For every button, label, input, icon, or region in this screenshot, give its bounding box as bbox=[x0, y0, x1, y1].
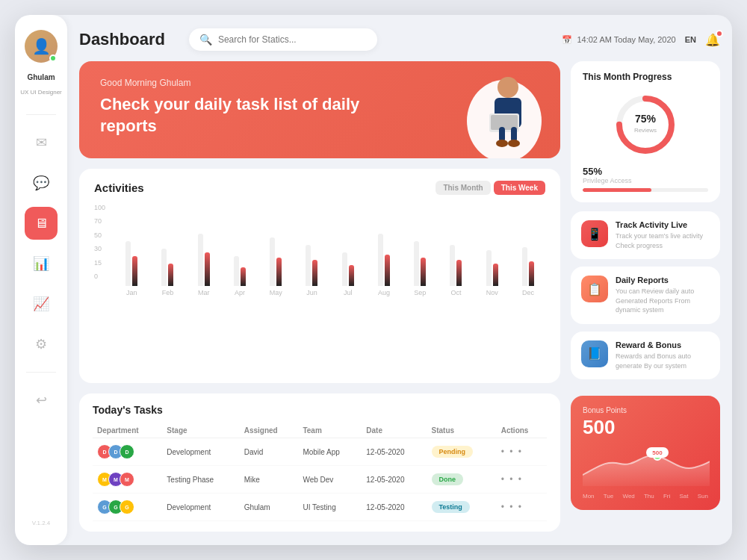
sidebar-user-role: UX UI Designer bbox=[20, 89, 62, 96]
action-dots[interactable]: • • • bbox=[501, 474, 523, 485]
chart-col-nov bbox=[475, 211, 509, 286]
sidebar-item-logout[interactable]: ↩ bbox=[25, 384, 58, 417]
chart-month-label: Oct bbox=[438, 289, 473, 296]
tab-this-month[interactable]: This Month bbox=[436, 181, 490, 195]
bar-light bbox=[378, 234, 383, 286]
tasks-table: Department Stage Assigned Team Date Stat… bbox=[93, 423, 547, 521]
bar-group bbox=[522, 211, 534, 286]
chart-container: 0 15 30 50 70 100 JanFebMarAprMayJunJulA… bbox=[94, 204, 545, 296]
bonus-day-thu: Thu bbox=[644, 493, 654, 500]
cell-avatar-group: GGG bbox=[93, 494, 162, 521]
cell-team: UI Testing bbox=[298, 494, 362, 521]
status-badge: Testing bbox=[432, 501, 470, 513]
chart-col-may bbox=[258, 211, 293, 286]
chart-month-label: Feb bbox=[150, 289, 185, 296]
y-label-50: 50 bbox=[94, 231, 105, 239]
activities-title: Activities bbox=[94, 181, 144, 194]
banner-figure bbox=[448, 61, 545, 158]
feature-card-reward-bonus[interactable]: 📘Reward & BonusRewards and Bonus auto ge… bbox=[571, 332, 720, 379]
col-status: Status bbox=[427, 423, 497, 438]
bar-red bbox=[349, 265, 354, 286]
bonus-card: Bonus Points 500 bbox=[571, 396, 720, 510]
bar-light bbox=[306, 245, 311, 286]
bar-red bbox=[529, 261, 534, 286]
progress-track bbox=[583, 188, 708, 192]
sidebar-item-dashboard[interactable]: 🖥 bbox=[25, 207, 58, 240]
col-team: Team bbox=[298, 423, 362, 438]
cell-actions[interactable]: • • • bbox=[497, 438, 547, 466]
bar-group bbox=[342, 211, 354, 286]
table-head: Department Stage Assigned Team Date Stat… bbox=[93, 423, 547, 438]
chart-col-apr bbox=[223, 211, 257, 286]
bar-group bbox=[161, 211, 173, 286]
chart-month-label: May bbox=[258, 289, 293, 296]
bonus-chart: 500 bbox=[583, 445, 708, 490]
cell-assigned: David bbox=[240, 438, 299, 466]
cell-avatar-group: MMM bbox=[93, 466, 162, 494]
cell-stage: Testing Phase bbox=[162, 466, 239, 494]
chart-month-label: Nov bbox=[475, 289, 509, 296]
chart-y-labels: 0 15 30 50 70 100 bbox=[94, 204, 111, 293]
feature-title-track-activity: Track Activity Live bbox=[616, 220, 710, 229]
feature-card-daily-reports[interactable]: 📋Daily ReportsYou can Review daily auto … bbox=[571, 267, 720, 324]
datetime-text: 14:02 AM Today May, 2020 bbox=[577, 35, 675, 44]
banner-title: Check your daily task list of daily repo… bbox=[100, 94, 364, 137]
bonus-day-sun: Sun bbox=[698, 493, 708, 500]
chart-month-label: Jun bbox=[294, 289, 329, 296]
action-dots[interactable]: • • • bbox=[501, 447, 523, 457]
bar-red bbox=[421, 258, 426, 286]
feature-desc-reward-bonus: Rewards and Bonus auto generate By our s… bbox=[616, 352, 710, 370]
feature-icon-reward-bonus: 📘 bbox=[581, 340, 608, 367]
status-badge: Pending bbox=[432, 446, 474, 458]
search-bar[interactable]: 🔍 bbox=[189, 28, 377, 51]
mini-avatar: D bbox=[120, 444, 134, 459]
right-panel: This Month Progress 75% Reviews 55% Priv… bbox=[571, 61, 720, 532]
search-input[interactable] bbox=[218, 34, 367, 45]
chart-month-label: Sep bbox=[403, 289, 437, 296]
sidebar-version: V.1.2.4 bbox=[32, 520, 51, 530]
table-row: GGGDevelopmentGhulamUI Testing12-05-2020… bbox=[93, 494, 547, 521]
bonus-day-fri: Fri bbox=[663, 493, 670, 500]
cell-actions[interactable]: • • • bbox=[497, 466, 547, 494]
activities-header: Activities This Month This Week bbox=[94, 181, 545, 195]
bar-group bbox=[486, 211, 498, 286]
progress-card-title: This Month Progress bbox=[583, 72, 708, 82]
bonus-day-sat: Sat bbox=[680, 493, 689, 500]
feature-title-daily-reports: Daily Reports bbox=[616, 276, 710, 284]
privilege-text: Privilege Access bbox=[583, 177, 708, 184]
cell-assigned: Ghulam bbox=[240, 494, 299, 521]
chart-col-feb bbox=[150, 211, 185, 286]
chart-labels: JanFebMarAprMayJunJulAugSepOctNovDec bbox=[114, 289, 545, 296]
sidebar-item-chart[interactable]: 📈 bbox=[25, 287, 58, 320]
language-selector[interactable]: EN bbox=[685, 35, 696, 44]
notification-bell[interactable]: 🔔 bbox=[705, 33, 720, 47]
sidebar-item-mail[interactable]: ✉ bbox=[25, 126, 58, 159]
svg-text:Reviews: Reviews bbox=[634, 127, 657, 134]
cell-stage: Development bbox=[162, 494, 239, 521]
tab-this-week[interactable]: This Week bbox=[494, 181, 545, 195]
cell-avatar-group: DDD bbox=[93, 438, 162, 466]
cell-assigned: Mike bbox=[240, 466, 299, 494]
bar-light bbox=[270, 237, 275, 286]
feature-content-reward-bonus: Reward & BonusRewards and Bonus auto gen… bbox=[616, 340, 710, 370]
action-dots[interactable]: • • • bbox=[501, 502, 523, 512]
sidebar: 👤 Ghulam UX UI Designer ✉ 💬 🖥 📊 📈 ⚙ ↩ V.… bbox=[15, 15, 67, 545]
feature-content-daily-reports: Daily ReportsYou can Review daily auto G… bbox=[616, 276, 710, 315]
bonus-title: Bonus Points bbox=[583, 406, 708, 414]
chart-bars-area: JanFebMarAprMayJunJulAugSepOctNovDec bbox=[114, 204, 545, 296]
bar-red bbox=[205, 252, 210, 286]
cell-actions[interactable]: • • • bbox=[497, 494, 547, 521]
col-department: Department bbox=[93, 423, 162, 438]
sidebar-divider bbox=[26, 114, 56, 115]
feature-content-track-activity: Track Activity LiveTrack your team's liv… bbox=[616, 220, 710, 250]
feature-desc-daily-reports: You can Review daily auto Generated Repo… bbox=[616, 287, 710, 315]
feature-card-track-activity[interactable]: 📱Track Activity LiveTrack your team's li… bbox=[571, 211, 720, 259]
bar-group bbox=[198, 211, 210, 286]
y-label-70: 70 bbox=[94, 217, 105, 225]
sidebar-item-analytics[interactable]: 📊 bbox=[25, 247, 58, 280]
donut-chart: 75% Reviews bbox=[612, 91, 679, 158]
sidebar-item-settings[interactable]: ⚙ bbox=[25, 328, 58, 361]
chart-month-label: Aug bbox=[367, 289, 401, 296]
y-label-30: 30 bbox=[94, 245, 105, 252]
sidebar-item-chat[interactable]: 💬 bbox=[25, 167, 58, 199]
